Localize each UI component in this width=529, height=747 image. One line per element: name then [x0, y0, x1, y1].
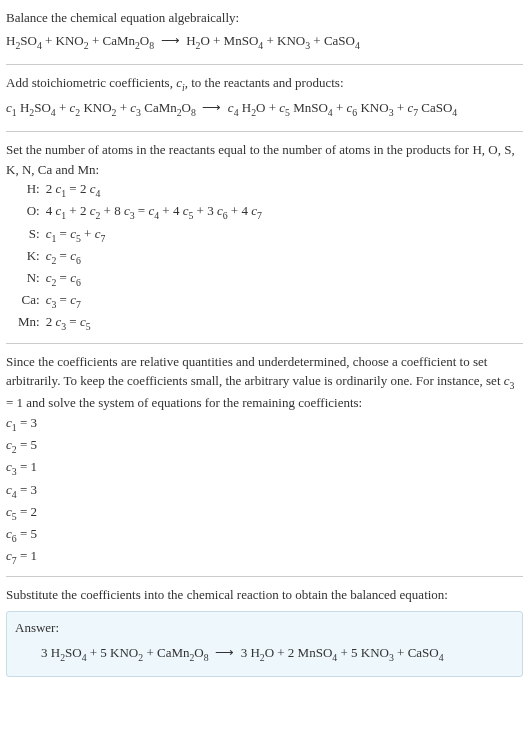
coef-item: c5 = 2: [6, 502, 523, 524]
coef-item: c2 = 5: [6, 435, 523, 457]
balanced-equation: 3 H2SO4 + 5 KNO2 + CaMn2O8 ⟶ 3 H2O + 2 M…: [15, 643, 514, 665]
eq-value: 2 c1 = 2 c4: [46, 179, 262, 201]
eq-label: Ca:: [18, 290, 46, 312]
intro-text-4: Since the coefficients are relative quan…: [6, 352, 523, 413]
divider: [6, 131, 523, 132]
reaction-with-coefs: c1 H2SO4 + c2 KNO2 + c3 CaMn2O8 ⟶ c4 H2O…: [6, 95, 523, 123]
coefficient-list: c1 = 3 c2 = 5 c3 = 1 c4 = 3 c5 = 2 c6 = …: [6, 413, 523, 569]
intro-text-3: Set the number of atoms in the reactants…: [6, 140, 523, 179]
coef-item: c4 = 3: [6, 480, 523, 502]
intro-text-2a: Add stoichiometric coefficients,: [6, 75, 176, 90]
eq-label: H:: [18, 179, 46, 201]
ci-symbol: ci: [176, 75, 185, 90]
eq-value: 2 c3 = c5: [46, 312, 262, 334]
eq-value: c2 = c6: [46, 246, 262, 268]
eq-value: c2 = c6: [46, 268, 262, 290]
coef-item: c7 = 1: [6, 546, 523, 568]
coef-item: c6 = 5: [6, 524, 523, 546]
divider: [6, 576, 523, 577]
divider: [6, 343, 523, 344]
eq-label: N:: [18, 268, 46, 290]
answer-label: Answer:: [15, 618, 514, 638]
divider: [6, 64, 523, 65]
eq-label: S:: [18, 224, 46, 246]
atom-equations: H:2 c1 = 2 c4 O:4 c1 + 2 c2 + 8 c3 = c4 …: [18, 179, 262, 335]
reaction-unbalanced: H2SO4 + KNO2 + CaMn2O8 ⟶ H2O + MnSO4 + K…: [6, 28, 523, 56]
eq-label: Mn:: [18, 312, 46, 334]
intro-text-2b: , to the reactants and products:: [185, 75, 344, 90]
eq-value: 4 c1 + 2 c2 + 8 c3 = c4 + 4 c5 + 3 c6 + …: [46, 201, 262, 223]
eq-label: K:: [18, 246, 46, 268]
intro-text-1: Balance the chemical equation algebraica…: [6, 8, 523, 28]
coef-item: c3 = 1: [6, 457, 523, 479]
coef-item: c1 = 3: [6, 413, 523, 435]
eq-value: c3 = c7: [46, 290, 262, 312]
eq-value: c1 = c5 + c7: [46, 224, 262, 246]
eq-label: O:: [18, 201, 46, 223]
intro-text-2: Add stoichiometric coefficients, ci, to …: [6, 73, 523, 95]
intro-text-5: Substitute the coefficients into the che…: [6, 585, 523, 605]
answer-box: Answer: 3 H2SO4 + 5 KNO2 + CaMn2O8 ⟶ 3 H…: [6, 611, 523, 677]
